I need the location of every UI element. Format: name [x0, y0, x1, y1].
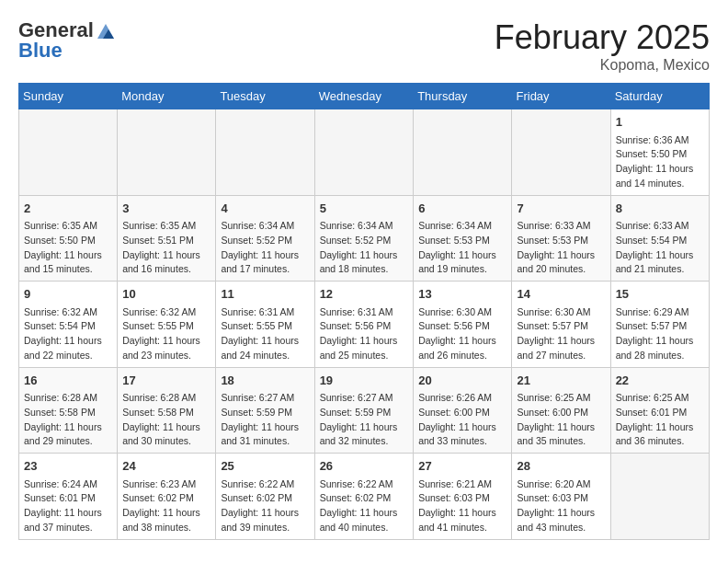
week-row-1: 1Sunrise: 6:36 AMSunset: 5:50 PMDaylight… — [19, 109, 710, 196]
week-row-3: 9Sunrise: 6:32 AMSunset: 5:54 PMDaylight… — [19, 282, 710, 368]
day-number: 27 — [418, 457, 506, 476]
header-day-saturday: Saturday — [610, 84, 709, 109]
day-number: 19 — [320, 372, 409, 390]
calendar-cell: 7Sunrise: 6:33 AMSunset: 5:53 PMDaylight… — [512, 195, 610, 282]
day-info: Sunrise: 6:36 AMSunset: 5:50 PMDaylight:… — [616, 133, 704, 191]
header-day-wednesday: Wednesday — [314, 84, 414, 109]
day-info: Sunrise: 6:25 AMSunset: 6:00 PMDaylight:… — [517, 391, 605, 449]
day-number: 23 — [24, 457, 112, 476]
calendar-cell: 27Sunrise: 6:21 AMSunset: 6:03 PMDayligh… — [414, 454, 512, 540]
calendar-cell: 9Sunrise: 6:32 AMSunset: 5:54 PMDaylight… — [19, 282, 118, 368]
day-number: 13 — [418, 285, 506, 304]
day-number: 12 — [320, 285, 409, 304]
day-number: 18 — [221, 372, 309, 390]
calendar-header-row: SundayMondayTuesdayWednesdayThursdayFrid… — [19, 84, 710, 109]
day-number: 14 — [517, 285, 605, 304]
day-number: 25 — [221, 457, 309, 476]
day-number: 21 — [517, 372, 605, 390]
calendar-cell: 6Sunrise: 6:34 AMSunset: 5:53 PMDaylight… — [414, 195, 512, 282]
day-number: 28 — [517, 457, 605, 476]
day-info: Sunrise: 6:32 AMSunset: 5:54 PMDaylight:… — [24, 305, 112, 363]
calendar-cell: 19Sunrise: 6:27 AMSunset: 5:59 PMDayligh… — [314, 367, 414, 454]
day-info: Sunrise: 6:24 AMSunset: 6:01 PMDaylight:… — [24, 477, 112, 535]
day-info: Sunrise: 6:34 AMSunset: 5:52 PMDaylight:… — [221, 219, 309, 277]
calendar-cell — [314, 109, 414, 196]
calendar-cell: 26Sunrise: 6:22 AMSunset: 6:02 PMDayligh… — [314, 454, 414, 540]
header-day-sunday: Sunday — [19, 84, 118, 109]
header-day-monday: Monday — [118, 84, 216, 109]
calendar-cell — [610, 454, 709, 540]
calendar-cell — [216, 109, 314, 196]
header-day-friday: Friday — [512, 84, 610, 109]
day-info: Sunrise: 6:22 AMSunset: 6:02 PMDaylight:… — [221, 477, 309, 535]
calendar-cell: 2Sunrise: 6:35 AMSunset: 5:50 PMDaylight… — [19, 195, 118, 282]
day-info: Sunrise: 6:34 AMSunset: 5:53 PMDaylight:… — [418, 219, 506, 277]
calendar-cell: 24Sunrise: 6:23 AMSunset: 6:02 PMDayligh… — [118, 454, 216, 540]
logo: General Blue — [18, 18, 116, 63]
calendar-cell: 15Sunrise: 6:29 AMSunset: 5:57 PMDayligh… — [610, 282, 709, 368]
day-number: 26 — [320, 457, 409, 476]
day-info: Sunrise: 6:28 AMSunset: 5:58 PMDaylight:… — [24, 391, 112, 449]
day-info: Sunrise: 6:33 AMSunset: 5:54 PMDaylight:… — [616, 219, 704, 277]
week-row-2: 2Sunrise: 6:35 AMSunset: 5:50 PMDaylight… — [19, 195, 710, 282]
calendar-cell: 10Sunrise: 6:32 AMSunset: 5:55 PMDayligh… — [118, 282, 216, 368]
calendar-cell: 22Sunrise: 6:25 AMSunset: 6:01 PMDayligh… — [610, 367, 709, 454]
day-info: Sunrise: 6:33 AMSunset: 5:53 PMDaylight:… — [517, 219, 605, 277]
day-info: Sunrise: 6:21 AMSunset: 6:03 PMDaylight:… — [418, 477, 506, 535]
calendar-cell: 25Sunrise: 6:22 AMSunset: 6:02 PMDayligh… — [216, 454, 314, 540]
calendar-cell: 3Sunrise: 6:35 AMSunset: 5:51 PMDaylight… — [118, 195, 216, 282]
day-number: 7 — [517, 200, 605, 218]
day-info: Sunrise: 6:22 AMSunset: 6:02 PMDaylight:… — [320, 477, 409, 535]
calendar-cell: 18Sunrise: 6:27 AMSunset: 5:59 PMDayligh… — [216, 367, 314, 454]
day-info: Sunrise: 6:23 AMSunset: 6:02 PMDaylight:… — [122, 477, 210, 535]
day-number: 20 — [418, 372, 506, 390]
day-info: Sunrise: 6:27 AMSunset: 5:59 PMDaylight:… — [221, 391, 309, 449]
week-row-4: 16Sunrise: 6:28 AMSunset: 5:58 PMDayligh… — [19, 367, 710, 454]
calendar-cell: 4Sunrise: 6:34 AMSunset: 5:52 PMDaylight… — [216, 195, 314, 282]
day-info: Sunrise: 6:27 AMSunset: 5:59 PMDaylight:… — [320, 391, 409, 449]
day-info: Sunrise: 6:32 AMSunset: 5:55 PMDaylight:… — [122, 305, 210, 363]
header-day-tuesday: Tuesday — [216, 84, 314, 109]
day-info: Sunrise: 6:30 AMSunset: 5:56 PMDaylight:… — [418, 305, 506, 363]
calendar-cell: 14Sunrise: 6:30 AMSunset: 5:57 PMDayligh… — [512, 282, 610, 368]
calendar-cell: 23Sunrise: 6:24 AMSunset: 6:01 PMDayligh… — [19, 454, 118, 540]
calendar-cell: 20Sunrise: 6:26 AMSunset: 6:00 PMDayligh… — [414, 367, 512, 454]
day-number: 10 — [122, 285, 210, 304]
calendar-cell: 28Sunrise: 6:20 AMSunset: 6:03 PMDayligh… — [512, 454, 610, 540]
calendar-cell: 16Sunrise: 6:28 AMSunset: 5:58 PMDayligh… — [19, 367, 118, 454]
day-number: 4 — [221, 200, 309, 218]
calendar-cell: 12Sunrise: 6:31 AMSunset: 5:56 PMDayligh… — [314, 282, 414, 368]
calendar-table: SundayMondayTuesdayWednesdayThursdayFrid… — [18, 83, 710, 540]
logo-icon — [96, 20, 116, 40]
day-info: Sunrise: 6:34 AMSunset: 5:52 PMDaylight:… — [320, 219, 409, 277]
day-number: 9 — [24, 285, 112, 304]
calendar-cell: 21Sunrise: 6:25 AMSunset: 6:00 PMDayligh… — [512, 367, 610, 454]
calendar-cell — [118, 109, 216, 196]
calendar-cell — [512, 109, 610, 196]
day-info: Sunrise: 6:35 AMSunset: 5:50 PMDaylight:… — [24, 219, 112, 277]
day-info: Sunrise: 6:26 AMSunset: 6:00 PMDaylight:… — [418, 391, 506, 449]
day-info: Sunrise: 6:25 AMSunset: 6:01 PMDaylight:… — [616, 391, 704, 449]
day-number: 16 — [24, 372, 112, 390]
day-info: Sunrise: 6:35 AMSunset: 5:51 PMDaylight:… — [122, 219, 210, 277]
location: Kopoma, Mexico — [495, 57, 710, 74]
day-number: 24 — [122, 457, 210, 476]
calendar-cell — [19, 109, 118, 196]
day-number: 6 — [418, 200, 506, 218]
calendar-cell: 5Sunrise: 6:34 AMSunset: 5:52 PMDaylight… — [314, 195, 414, 282]
calendar-cell: 13Sunrise: 6:30 AMSunset: 5:56 PMDayligh… — [414, 282, 512, 368]
month-title: February 2025 — [495, 18, 710, 57]
header-day-thursday: Thursday — [414, 84, 512, 109]
title-area: February 2025 Kopoma, Mexico — [495, 18, 710, 74]
day-number: 5 — [320, 200, 409, 218]
day-number: 1 — [616, 113, 704, 132]
day-info: Sunrise: 6:29 AMSunset: 5:57 PMDaylight:… — [616, 305, 704, 363]
calendar-cell — [414, 109, 512, 196]
day-info: Sunrise: 6:30 AMSunset: 5:57 PMDaylight:… — [517, 305, 605, 363]
day-number: 11 — [221, 285, 309, 304]
day-info: Sunrise: 6:31 AMSunset: 5:56 PMDaylight:… — [320, 305, 409, 363]
day-number: 8 — [616, 200, 704, 218]
day-info: Sunrise: 6:31 AMSunset: 5:55 PMDaylight:… — [221, 305, 309, 363]
week-row-5: 23Sunrise: 6:24 AMSunset: 6:01 PMDayligh… — [19, 454, 710, 540]
logo-blue: Blue — [18, 39, 63, 63]
